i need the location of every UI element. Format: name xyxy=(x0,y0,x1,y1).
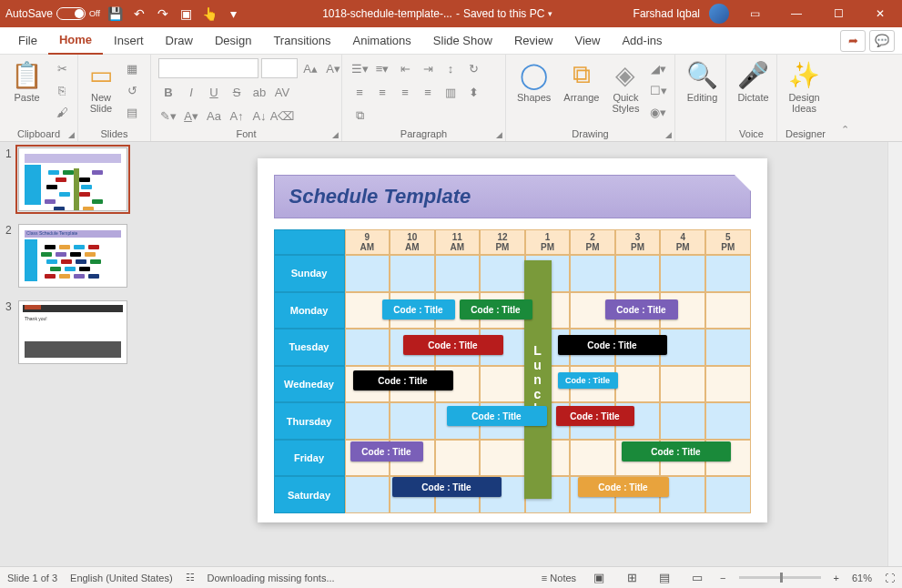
font-color-icon[interactable]: A▾ xyxy=(181,106,201,126)
code-pill[interactable]: Code : Title xyxy=(460,299,532,319)
schedule-cell[interactable] xyxy=(435,255,481,292)
schedule-cell[interactable] xyxy=(705,402,751,440)
slideshow-view-icon[interactable]: ▭ xyxy=(687,570,707,586)
shapes-button[interactable]: ◯ Shapes xyxy=(513,58,554,105)
schedule-cell[interactable] xyxy=(705,476,751,513)
schedule-cell[interactable] xyxy=(345,329,390,366)
code-pill[interactable]: Code : Title xyxy=(353,370,453,390)
code-pill[interactable]: Code : Title xyxy=(578,477,669,497)
tab-view[interactable]: View xyxy=(564,27,612,55)
zoom-out-button[interactable]: − xyxy=(720,573,725,583)
fit-to-window-icon[interactable]: ⛶ xyxy=(885,573,895,583)
ribbon-display-icon[interactable]: ▭ xyxy=(738,0,771,27)
strike-button[interactable]: S xyxy=(227,82,247,102)
copy-icon[interactable]: ⎘ xyxy=(52,80,72,100)
accessibility-icon[interactable]: ☷ xyxy=(186,572,195,583)
editing-button[interactable]: 🔍 Editing xyxy=(683,58,722,105)
justify-icon[interactable]: ≡ xyxy=(418,82,438,102)
minimize-button[interactable]: — xyxy=(780,0,813,27)
line-spacing-icon[interactable]: ↕ xyxy=(441,58,461,78)
share-button[interactable]: ➦ xyxy=(840,30,866,52)
autosave-toggle[interactable]: AutoSave Off xyxy=(5,7,100,20)
code-pill[interactable]: Code : Title xyxy=(382,299,455,319)
slide-canvas[interactable]: Schedule Template 9AM10AM11AM12PM1PM2PM3… xyxy=(258,158,767,522)
arrange-button[interactable]: ⧉ Arrange xyxy=(560,58,603,105)
clipboard-launcher-icon[interactable]: ◢ xyxy=(68,130,75,139)
shape-fill-icon[interactable]: ◢▾ xyxy=(648,58,668,78)
undo-icon[interactable]: ↶ xyxy=(131,5,147,22)
dictate-button[interactable]: 🎤 Dictate xyxy=(734,58,773,105)
schedule-cell[interactable] xyxy=(705,255,751,292)
section-icon[interactable]: ▤ xyxy=(122,102,142,122)
font-size-input[interactable] xyxy=(261,58,298,78)
decrease-font-icon[interactable]: A▾ xyxy=(323,58,343,78)
design-ideas-button[interactable]: ✨ Design Ideas xyxy=(785,58,824,116)
schedule-cell[interactable] xyxy=(660,366,705,403)
cut-icon[interactable]: ✂ xyxy=(52,58,72,78)
schedule-cell[interactable] xyxy=(570,255,615,292)
thumbnail-3[interactable]: 3 Thank you! xyxy=(5,300,131,364)
schedule-cell[interactable] xyxy=(660,255,705,292)
font-family-input[interactable] xyxy=(158,58,258,78)
tab-slideshow[interactable]: Slide Show xyxy=(422,27,503,55)
touch-mode-icon[interactable]: 👆 xyxy=(202,5,218,22)
schedule-cell[interactable] xyxy=(345,402,390,440)
user-avatar[interactable] xyxy=(709,4,729,24)
schedule-cell[interactable] xyxy=(615,255,661,292)
schedule-cell[interactable] xyxy=(705,292,751,329)
thumbnail-panel[interactable]: 1 xyxy=(0,142,137,566)
text-direction-icon[interactable]: ↻ xyxy=(463,58,483,78)
code-pill[interactable]: Code : Title xyxy=(558,335,667,355)
highlight-icon[interactable]: ✎▾ xyxy=(158,106,178,126)
columns-icon[interactable]: ▥ xyxy=(441,82,461,102)
collapse-ribbon-icon[interactable]: ⌃ xyxy=(841,124,849,136)
bullets-icon[interactable]: ☰▾ xyxy=(350,58,370,78)
shadow-button[interactable]: ab xyxy=(249,82,269,102)
thumbnail-2[interactable]: 2 Class Schedule Template xyxy=(5,224,131,288)
tab-animations[interactable]: Animations xyxy=(342,27,422,55)
schedule-grid[interactable]: 9AM10AM11AM12PM1PM2PM3PM4PM5PMSundayMond… xyxy=(274,229,751,513)
code-pill[interactable]: Code : Title xyxy=(403,335,503,355)
reset-icon[interactable]: ↺ xyxy=(122,80,142,100)
tab-file[interactable]: File xyxy=(7,27,48,55)
schedule-cell[interactable] xyxy=(345,255,390,292)
schedule-cell[interactable] xyxy=(660,402,705,440)
schedule-cell[interactable] xyxy=(615,366,661,403)
quick-styles-button[interactable]: ◈ Quick Styles xyxy=(608,58,643,116)
new-slide-button[interactable]: ▭ New Slide xyxy=(86,58,117,116)
code-pill[interactable]: Code : Title xyxy=(605,299,678,319)
code-pill[interactable]: Code : Title xyxy=(447,406,547,426)
schedule-cell[interactable] xyxy=(480,255,525,292)
tab-design[interactable]: Design xyxy=(204,27,262,55)
qat-more-icon[interactable]: ▾ xyxy=(226,5,242,22)
schedule-cell[interactable] xyxy=(705,366,751,403)
tab-home[interactable]: Home xyxy=(48,27,103,55)
schedule-cell[interactable] xyxy=(435,440,481,477)
user-name[interactable]: Farshad Iqbal xyxy=(633,7,700,20)
save-status[interactable]: Saved to this PC xyxy=(463,7,544,20)
code-pill[interactable]: Code : Title xyxy=(622,441,731,461)
slide-editor[interactable]: Schedule Template 9AM10AM11AM12PM1PM2PM3… xyxy=(137,142,887,566)
char-spacing-icon[interactable]: AV xyxy=(272,82,292,102)
thumbnail-1[interactable]: 1 xyxy=(5,147,131,211)
tab-insert[interactable]: Insert xyxy=(103,27,155,55)
tab-transitions[interactable]: Transitions xyxy=(262,27,341,55)
schedule-cell[interactable] xyxy=(480,366,525,403)
grow-font-icon[interactable]: A↑ xyxy=(227,106,247,126)
save-icon[interactable]: 💾 xyxy=(107,5,124,22)
zoom-slider[interactable] xyxy=(739,576,821,579)
clear-format-icon[interactable]: A⌫ xyxy=(272,106,292,126)
underline-button[interactable]: U xyxy=(204,82,224,102)
lunch-bar[interactable]: Lunch xyxy=(524,260,552,499)
schedule-cell[interactable] xyxy=(390,255,435,292)
align-right-icon[interactable]: ≡ xyxy=(395,82,415,102)
schedule-cell[interactable] xyxy=(480,440,525,477)
shape-outline-icon[interactable]: ☐▾ xyxy=(648,80,668,100)
code-pill[interactable]: Code : Title xyxy=(350,441,423,461)
slide-title-box[interactable]: Schedule Template xyxy=(274,175,751,218)
redo-icon[interactable]: ↷ xyxy=(155,5,171,22)
tab-review[interactable]: Review xyxy=(503,27,564,55)
comments-button[interactable]: 💬 xyxy=(869,30,895,52)
paste-button[interactable]: 📋 Paste xyxy=(7,58,46,105)
bold-button[interactable]: B xyxy=(158,82,178,102)
